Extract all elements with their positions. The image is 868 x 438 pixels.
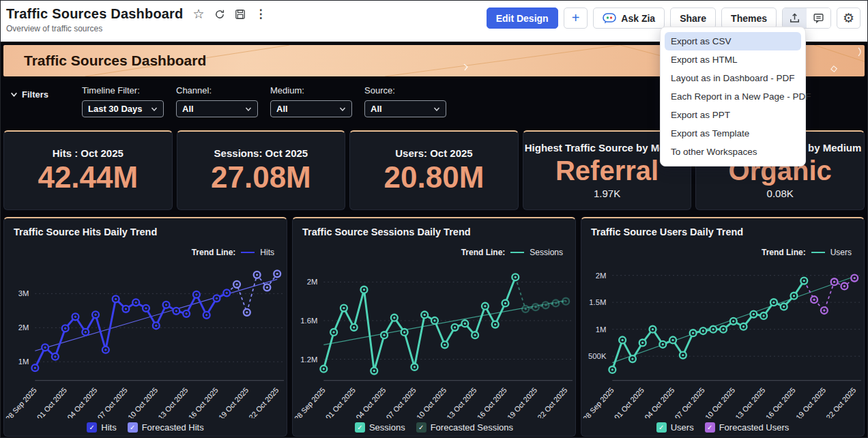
- banner-title: Traffic Sources Dashboard: [24, 53, 206, 69]
- svg-text:22 Oct 2025: 22 Oct 2025: [536, 386, 568, 418]
- legend-forecasted-hits-checkbox[interactable]: ✓Forecasted Hits: [128, 422, 204, 433]
- checkbox-icon: ✓: [416, 422, 426, 433]
- svg-text:13 Oct 2025: 13 Oct 2025: [445, 386, 478, 418]
- menu-item-export-html[interactable]: Export as HTML: [665, 50, 801, 69]
- kpi-subvalue: 0.08K: [767, 188, 794, 199]
- settings-gear-icon[interactable]: ⚙: [837, 8, 860, 29]
- charts-row: Traffic Source Hits Daily Trend Trend Li…: [3, 217, 865, 437]
- legend-hits-checkbox[interactable]: ✓Hits: [87, 422, 116, 433]
- svg-text:13 Oct 2025: 13 Oct 2025: [734, 386, 766, 418]
- trendline-label: Trend Line:: [192, 248, 236, 257]
- legend-label: Hits: [101, 422, 116, 433]
- zia-icon: [603, 13, 616, 24]
- svg-text:19 Oct 2025: 19 Oct 2025: [217, 386, 250, 418]
- svg-text:1M: 1M: [596, 325, 607, 334]
- svg-text:22 Oct 2025: 22 Oct 2025: [824, 386, 857, 418]
- chevron-down-icon: [245, 106, 252, 112]
- page-title: Traffic Sources Dashboard: [6, 6, 184, 22]
- more-options-kebab-icon[interactable]: ⋮: [255, 8, 267, 20]
- kpi-card-hits: Hits : Oct 2025 42.44M: [3, 130, 173, 210]
- chevron-down-icon: [433, 106, 440, 112]
- menu-item-other-workspaces[interactable]: To other Workspaces: [665, 143, 801, 161]
- kpi-subvalue: 1.97K: [594, 188, 620, 199]
- app-window: Traffic Sources Dashboard ☆ ⋮ Overview o…: [0, 0, 868, 438]
- checkbox-icon: ✓: [705, 422, 715, 433]
- medium-filter-label: Medium:: [270, 85, 364, 96]
- trendline-swatch: [510, 252, 524, 253]
- trendline-series-label: Hits: [260, 248, 274, 257]
- svg-text:10 Oct 2025: 10 Oct 2025: [126, 386, 159, 418]
- legend-label: Forecasted Sessions: [431, 422, 513, 433]
- medium-filter-value: All: [276, 104, 288, 114]
- svg-text:01 Oct 2025: 01 Oct 2025: [324, 386, 357, 418]
- medium-filter-select[interactable]: All: [270, 100, 352, 117]
- menu-item-export-csv[interactable]: Export as CSV: [665, 32, 801, 50]
- legend-label: Sessions: [369, 422, 405, 433]
- kpi-value: 42.44M: [38, 162, 138, 193]
- svg-text:07 Oct 2025: 07 Oct 2025: [384, 386, 417, 418]
- sessions-line-chart: 1.2M1.6M2M28 Sep 202501 Oct 202504 Oct 2…: [293, 258, 575, 418]
- refresh-icon[interactable]: [214, 9, 225, 20]
- channel-filter-select[interactable]: All: [176, 100, 258, 117]
- timeline-filter-value: Last 30 Days: [88, 104, 143, 114]
- source-filter-label: Source:: [364, 85, 459, 96]
- export-icon[interactable]: [783, 8, 807, 28]
- svg-text:10 Oct 2025: 10 Oct 2025: [415, 386, 448, 418]
- filters-toggle[interactable]: Filters: [10, 85, 82, 125]
- trendline-label: Trend Line:: [461, 248, 506, 257]
- checkbox-icon: ✓: [87, 422, 97, 433]
- svg-text:1M: 1M: [18, 357, 29, 366]
- legend-label: Users: [671, 422, 694, 433]
- svg-text:04 Oct 2025: 04 Oct 2025: [643, 386, 676, 418]
- page-subtitle: Overview of traffic sources: [6, 24, 267, 33]
- legend-label: Forecasted Users: [719, 422, 790, 433]
- trendline-label: Trend Line:: [762, 248, 806, 257]
- trendline-series-label: Sessions: [530, 248, 563, 257]
- svg-text:10 Oct 2025: 10 Oct 2025: [704, 386, 736, 418]
- series-legend: ✓Users ✓Forecasted Users: [581, 418, 864, 436]
- svg-text:19 Oct 2025: 19 Oct 2025: [794, 386, 827, 418]
- chart-title: Traffic Source Sessions Daily Trend: [293, 218, 575, 237]
- svg-text:1.2M: 1.2M: [300, 355, 317, 364]
- checkbox-icon: ✓: [656, 422, 667, 433]
- legend-users-checkbox[interactable]: ✓Users: [656, 422, 694, 433]
- chart-title: Traffic Source Hits Daily Trend: [4, 218, 287, 237]
- kpi-title: Hits : Oct 2025: [53, 147, 124, 159]
- menu-item-export-template[interactable]: Export as Template: [665, 124, 801, 143]
- svg-text:28 Sep 2025: 28 Sep 2025: [293, 386, 327, 418]
- comments-icon[interactable]: [807, 8, 830, 28]
- svg-text:3M: 3M: [18, 289, 29, 297]
- source-filter-value: All: [371, 104, 382, 114]
- legend-label: Forecasted Hits: [142, 422, 204, 433]
- svg-text:2M: 2M: [307, 278, 318, 286]
- svg-text:22 Oct 2025: 22 Oct 2025: [247, 386, 280, 418]
- trendline-legend: Trend Line: Sessions: [293, 237, 575, 258]
- kpi-card-users: Users: Oct 2025 20.80M: [349, 130, 519, 210]
- legend-sessions-checkbox[interactable]: ✓Sessions: [355, 422, 405, 433]
- favorite-star-icon[interactable]: ☆: [193, 8, 205, 20]
- source-filter-select[interactable]: All: [364, 100, 446, 117]
- ask-zia-button[interactable]: Ask Zia: [593, 8, 665, 29]
- edit-design-button[interactable]: Edit Design: [487, 8, 558, 29]
- header-icon-group: [782, 8, 831, 29]
- chart-title: Traffic Source Users Daily Trend: [581, 218, 864, 237]
- svg-text:2M: 2M: [18, 323, 29, 332]
- add-button[interactable]: +: [564, 8, 588, 29]
- hits-trend-chart-card: Traffic Source Hits Daily Trend Trend Li…: [3, 217, 287, 437]
- legend-forecasted-sessions-checkbox[interactable]: ✓Forecasted Sessions: [416, 422, 513, 433]
- save-icon[interactable]: [235, 9, 246, 20]
- svg-text:07 Oct 2025: 07 Oct 2025: [96, 386, 128, 418]
- chevron-down-icon: [151, 106, 158, 112]
- menu-item-export-ppt[interactable]: Export as PPT: [665, 106, 801, 124]
- channel-filter-label: Channel:: [176, 85, 270, 96]
- menu-item-each-report-pdf[interactable]: Each Report in a New Page - PDF: [665, 87, 801, 106]
- filters-toggle-label: Filters: [22, 89, 48, 100]
- menu-item-layout-pdf[interactable]: Layout as in Dashboard - PDF: [665, 69, 801, 87]
- share-button[interactable]: Share: [670, 8, 716, 29]
- legend-forecasted-users-checkbox[interactable]: ✓Forecasted Users: [705, 422, 790, 433]
- timeline-filter-select[interactable]: Last 30 Days: [82, 100, 164, 117]
- ask-zia-label: Ask Zia: [621, 13, 655, 24]
- svg-text:500K: 500K: [588, 352, 607, 360]
- trendline-series-label: Users: [830, 248, 852, 257]
- themes-button[interactable]: Themes: [721, 8, 777, 29]
